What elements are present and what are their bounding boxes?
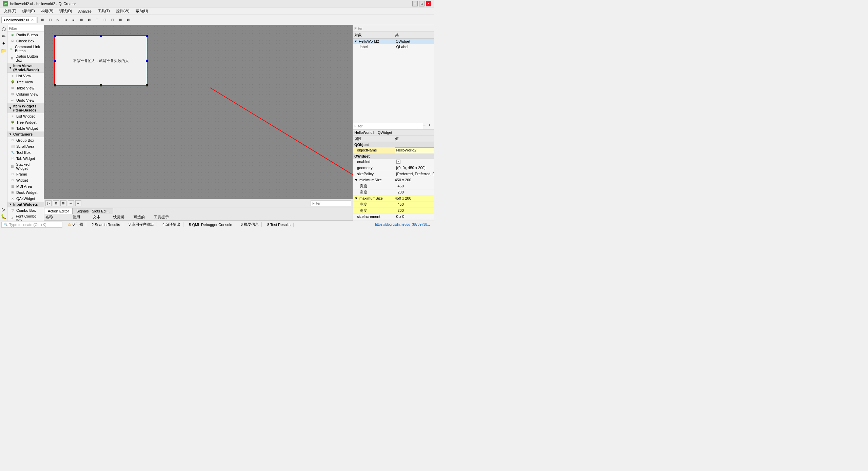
prop-row-maxsize[interactable]: ▼maximumSize 450 x 200: [353, 196, 434, 202]
list-item[interactable]: ⊞ Table View: [7, 85, 44, 91]
status-issues[interactable]: ⚠ 0 问题: [65, 222, 86, 227]
maximize-button[interactable]: □: [419, 1, 425, 6]
prop-row-objectname[interactable]: objectName HelloWorld2: [353, 147, 434, 153]
list-item[interactable]: ▦ MDI Area: [7, 183, 44, 189]
handle-tm[interactable]: [100, 35, 102, 37]
status-qml[interactable]: 5 QML Debugger Console: [186, 223, 235, 227]
list-item[interactable]: X QAxWidget: [7, 196, 44, 202]
menu-widget[interactable]: 控件(W): [113, 8, 132, 14]
object-filter-bar[interactable]: [353, 25, 434, 32]
list-item[interactable]: ⊞ Dock Widget: [7, 189, 44, 196]
window-controls[interactable]: ─ □ ✕: [412, 1, 431, 6]
form-widget[interactable]: 不做准备的人，就是准备失败的人: [54, 35, 147, 86]
prop-row-enabled[interactable]: enabled: [353, 159, 434, 165]
prop-row-sizeincrement[interactable]: sizeIncrement 0 x 0: [353, 214, 434, 220]
enabled-checkbox[interactable]: [396, 160, 400, 164]
prop-subrow-minwidth[interactable]: 宽度 450: [353, 183, 434, 189]
list-item[interactable]: ▽ Combo Box: [7, 207, 44, 213]
menu-help[interactable]: 帮助(H): [133, 8, 151, 14]
prop-value-enabled[interactable]: [395, 159, 434, 165]
list-item[interactable]: ⊟ Column View: [7, 91, 44, 97]
font-combo-box-item[interactable]: A Font Combo Box: [7, 213, 44, 221]
toolbar-btn-7[interactable]: ⊠: [85, 16, 93, 24]
handle-bl[interactable]: [54, 84, 56, 86]
list-item[interactable]: 🌳 Tree Widget: [7, 119, 44, 125]
list-item[interactable]: □ Widget: [7, 177, 44, 183]
action-btn-1[interactable]: ▷: [45, 200, 52, 206]
prop-filter-plus-btn[interactable]: +: [429, 123, 434, 129]
tool-design[interactable]: ✏: [0, 33, 7, 40]
file-tab[interactable]: ● helloworld2.ui ✕: [1, 17, 36, 23]
action-filter-input[interactable]: [311, 200, 351, 206]
list-item[interactable]: ↩ Undo View: [7, 97, 44, 103]
menu-edit[interactable]: 编辑(E): [20, 8, 38, 14]
status-appoutput[interactable]: 3 应用程序输出: [126, 222, 157, 227]
prop-row-minsize[interactable]: ▼minimumSize 450 x 200: [353, 177, 434, 183]
handle-br[interactable]: [146, 84, 148, 86]
toolbar-btn-2[interactable]: ⊟: [46, 16, 54, 24]
status-search[interactable]: 2 Search Results: [89, 223, 123, 227]
list-item[interactable]: ≡ List View: [7, 73, 44, 79]
tree-item-label[interactable]: label QLabel: [353, 44, 434, 49]
list-item[interactable]: ▷ Command Link Button: [7, 44, 44, 54]
action-btn-5[interactable]: ✏: [75, 200, 81, 206]
list-item[interactable]: ◉ Radio Button: [7, 32, 44, 38]
handle-mr[interactable]: [146, 60, 148, 62]
list-item[interactable]: ☑ Check Box: [7, 38, 44, 44]
widget-filter-input[interactable]: [7, 25, 44, 32]
menu-tools[interactable]: 工具(T): [95, 8, 113, 14]
toolbar-btn-1[interactable]: ⊞: [39, 16, 46, 24]
prop-filter-bar[interactable]: ─ +: [353, 123, 434, 130]
status-url[interactable]: https://blog.csdn.net/qq_38789738...: [372, 223, 433, 226]
toolbar-btn-5[interactable]: ≡: [70, 16, 77, 24]
minsize-arrow[interactable]: ▼: [354, 178, 358, 182]
handle-tl[interactable]: [54, 35, 56, 37]
design-canvas[interactable]: 不做准备的人，就是准备失败的人: [44, 25, 353, 199]
prop-subrow-minheight[interactable]: 高度 200: [353, 189, 434, 196]
search-bar[interactable]: 🔍 Type to locate (Ctrl+K): [1, 222, 62, 228]
menu-debug[interactable]: 调试(D): [57, 8, 75, 14]
object-filter-input[interactable]: [353, 25, 434, 32]
prop-filter-minus-btn[interactable]: ─: [423, 123, 429, 129]
handle-tr[interactable]: [146, 35, 148, 37]
minimize-button[interactable]: ─: [412, 1, 418, 6]
prop-row-basesize[interactable]: baseSize 0 x 0: [353, 220, 434, 221]
toolbar-btn-6[interactable]: ⊞: [78, 16, 85, 24]
list-item[interactable]: 📑 Tab Widget: [7, 156, 44, 162]
prop-row-geometry[interactable]: geometry [(0, 0), 450 x 200]: [353, 165, 434, 171]
list-item[interactable]: 🌳 Tree View: [7, 79, 44, 85]
prop-section-qobject[interactable]: QObject: [353, 142, 434, 147]
status-general[interactable]: 6 概要信息: [238, 222, 262, 227]
tool-edit[interactable]: ✦: [0, 40, 7, 47]
toolbar-btn-9[interactable]: ⊡: [101, 16, 108, 24]
tab-action-editor[interactable]: Action Editor: [44, 208, 73, 214]
tool-project[interactable]: 📁: [0, 47, 7, 54]
list-item[interactable]: ≡ List Widget: [7, 113, 44, 119]
prop-subrow-maxwidth[interactable]: 宽度 450: [353, 202, 434, 208]
widget-filter-bar[interactable]: [7, 25, 44, 32]
status-tests[interactable]: 8 Test Results: [264, 223, 294, 227]
toolbar-btn-3[interactable]: ▷: [54, 16, 62, 24]
prop-value-objectname[interactable]: HelloWorld2: [395, 147, 434, 153]
category-item-views[interactable]: ▼ Item Views (Model-Based): [7, 63, 44, 73]
toolbar-btn-8[interactable]: ⊞: [93, 16, 101, 24]
status-compile[interactable]: 4 编译输出: [160, 222, 183, 227]
tree-item-helloworld2[interactable]: ▼ HelloWorld2 QWidget: [353, 39, 434, 44]
list-item[interactable]: □ Group Box: [7, 137, 44, 143]
handle-ml[interactable]: [54, 60, 56, 62]
prop-filter-input[interactable]: [353, 123, 423, 129]
menu-analyze[interactable]: Analyze: [76, 8, 94, 14]
tool-pointer[interactable]: ⬡: [0, 26, 7, 33]
tab-signals-slots[interactable]: Signals _Slots Edi...: [73, 208, 113, 214]
list-item[interactable]: ▦ Stacked Widget: [7, 162, 44, 171]
list-item[interactable]: ⬜ Scroll Area: [7, 143, 44, 149]
prop-row-sizepolicy[interactable]: sizePolicy [Preferred, Preferred, 0, 0]: [353, 171, 434, 177]
toolbar-btn-11[interactable]: ⊞: [117, 16, 124, 24]
category-containers[interactable]: ▼ Containers: [7, 131, 44, 137]
toolbar-btn-4[interactable]: ⊕: [62, 16, 70, 24]
tool-box-item[interactable]: 🔧 Tool Box: [7, 149, 44, 156]
toolbar-btn-10[interactable]: ⊟: [109, 16, 116, 24]
menu-file[interactable]: 文件(F): [1, 8, 19, 14]
maxsize-arrow[interactable]: ▼: [354, 196, 358, 200]
list-item[interactable]: ⊞ Table Widget: [7, 125, 44, 131]
